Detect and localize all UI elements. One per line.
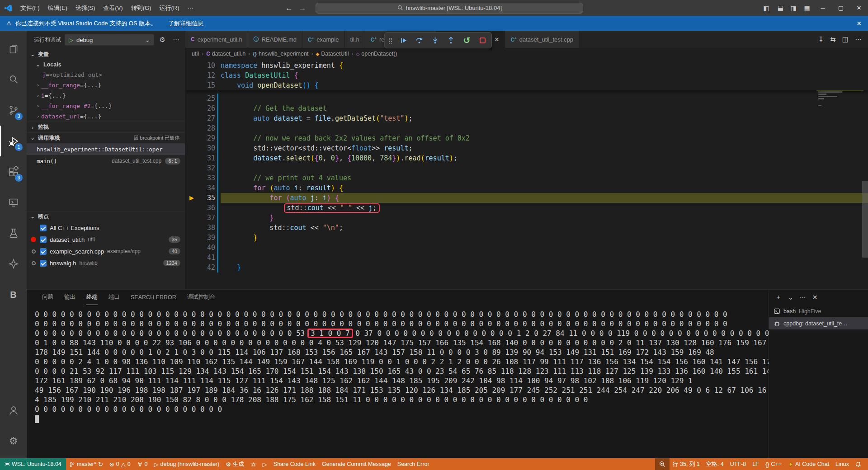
debug-current-line-arrow-icon[interactable]: ▶ [185,193,198,203]
line-number[interactable]: 33 [198,173,215,183]
menu-item-s[interactable]: 选择(S) [71,3,99,14]
statusbar-item-0[interactable]: 0 [134,458,151,470]
menu-item-e[interactable]: 编辑(E) [44,3,71,14]
nav-forward-icon[interactable]: → [296,4,309,12]
line-number[interactable]: 10 [198,61,215,70]
breadcrumb-item[interactable]: util [192,51,199,57]
debug-current-line-arrow-icon[interactable] [185,253,198,263]
remote-indicator[interactable]: >< WSL: Ubuntu-18.04 [0,458,66,470]
breakpoint-checkbox[interactable] [40,248,47,255]
code-line[interactable]: 41 [185,253,868,263]
activity-item-explorer[interactable] [0,33,27,64]
code-line[interactable]: 32 [185,163,868,173]
panel-tab-SEARCH ERROR[interactable]: SEARCH ERROR [131,290,176,305]
debug-current-line-arrow-icon[interactable] [185,133,198,143]
code-line[interactable]: 39 } [185,233,868,243]
sidebar-more-icon[interactable]: ⋯ [171,36,181,44]
breakpoint-checkbox[interactable] [40,225,47,231]
code-line[interactable]: 29 // now we read back 2x2 values after … [185,133,868,143]
banner-close-icon[interactable]: ✕ [856,20,862,27]
tab-til.h[interactable]: til.h [344,31,365,48]
statusbar-item-debug--hnswlib-master-[interactable]: ▷debug (hnswlib-master) [151,458,223,470]
menu-item-f[interactable]: 文件(F) [16,3,44,14]
breakpoint-row[interactable]: hnswalg.hhnswlib1234 [27,257,185,269]
breadcrumb-item[interactable]: {}hnswlib_experiment [253,51,308,57]
statusbar-item-share-code-link[interactable]: Share Code Link [270,458,319,470]
step-over-button[interactable] [415,34,425,46]
debug-current-line-arrow-icon[interactable] [185,173,198,183]
breadcrumb-item[interactable]: ◆DatasetUtil [316,51,349,57]
debug-current-line-arrow-icon[interactable] [185,153,198,163]
statusbar-item-master-[interactable]: master*↻ [66,458,106,470]
statusbar-item-0[interactable]: ⊗0△0 [106,458,134,470]
tab-dataset_util_test.cpp[interactable]: C+dataset_util_test.cpp [505,31,579,48]
line-number[interactable]: 34 [198,183,215,193]
panel-tab-输出[interactable]: 输出 [64,290,75,305]
debug-current-line-arrow-icon[interactable] [185,80,198,90]
statusbar-item-bug[interactable] [247,458,259,470]
code-line[interactable]: 10namespace hnswlib_experiment { [185,61,868,70]
menu-item-r[interactable]: 运行(R) [155,3,183,14]
debug-current-line-arrow-icon[interactable] [185,163,198,173]
debug-current-line-arrow-icon[interactable] [185,203,198,213]
line-number[interactable]: 27 [198,113,215,123]
open-changes-icon[interactable]: ⇆ [830,35,836,43]
restart-button[interactable]: ↺ [462,34,472,46]
minimap[interactable] [818,60,862,289]
line-number[interactable]: 12 [198,70,215,80]
step-out-button[interactable] [446,34,456,46]
activity-item-source-control[interactable]: 3 [0,95,27,126]
code-editor[interactable]: 10namespace hnswlib_experiment {12class … [185,60,868,289]
line-number[interactable]: 28 [198,123,215,133]
continue-button[interactable] [399,34,409,46]
tab-close-icon[interactable]: ✕ [495,36,500,43]
debug-current-line-arrow-icon[interactable] [185,213,198,223]
breakpoint-row[interactable]: example_search.cppexamples/cpp40 [27,245,185,257]
panel-tab-终端[interactable]: 终端 [86,290,98,305]
code-line[interactable]: 28 [185,123,868,133]
code-line[interactable]: 40 [185,243,868,253]
activity-item-settings[interactable]: ⚙ [0,426,27,456]
statusbar-item---35----1[interactable]: 行 35, 列 1 [670,458,703,470]
code-line[interactable]: ▶35 for (auto j: i) { [185,193,868,203]
panel-tab-调试控制台[interactable]: 调试控制台 [187,290,216,305]
run-or-debug-icon[interactable]: ↧ [818,35,824,43]
statusbar-item-zoom[interactable] [655,458,670,470]
code-line[interactable]: 12class DatasetUtil { [185,70,868,80]
panel-tab-端口[interactable]: 端口 [108,290,120,305]
line-number[interactable]: 42 [198,263,215,273]
toggle-secondary-sidebar-icon[interactable]: ◨ [787,5,800,12]
line-number[interactable]: 31 [198,153,215,163]
code-line[interactable]: 31 dataset.select({0, 0}, {10000, 784}).… [185,153,868,163]
panel-tab-问题[interactable]: 问题 [42,290,53,305]
line-number[interactable]: 29 [198,133,215,143]
editor-more-actions-icon[interactable]: ⋯ [855,35,862,43]
line-number[interactable]: 25 [198,94,215,103]
statusbar-item-lf[interactable]: LF [749,458,762,470]
statusbar-item-linux[interactable]: Linux [832,458,852,470]
panel-more-icon[interactable]: ⋯ [800,294,806,301]
start-debug-icon[interactable]: ▷ [69,37,73,43]
tab-example[interactable]: C+example [302,31,344,48]
statusbar-item-c--[interactable]: {}C++ [762,458,785,470]
code-line[interactable]: 36 std::cout << " " << j; [185,203,868,213]
callstack-frame[interactable]: hnswlib_experiment::DatasetUtil::oper [27,143,185,155]
breadcrumb-item[interactable]: ◇openDataset() [356,51,397,57]
breakpoint-row[interactable]: All C++ Exceptions [27,222,185,234]
line-number[interactable]: 38 [198,223,215,233]
menu-item-[interactable]: ⋯ [183,3,197,14]
statusbar-item-play[interactable]: ▷ [259,458,270,470]
statusbar-item-generate-commit-message[interactable]: Generate Commit Message [319,458,394,470]
debug-current-line-arrow-icon[interactable] [185,223,198,233]
nav-back-icon[interactable]: ← [282,4,296,12]
activity-item-accounts[interactable] [0,395,27,426]
statusbar-item-----4[interactable]: 空格: 4 [703,458,727,470]
line-number[interactable]: 39 [198,233,215,243]
breakpoint-checkbox[interactable] [40,236,47,243]
line-number[interactable]: 26 [198,103,215,113]
step-into-button[interactable] [430,34,440,46]
activity-item-ai-assistant[interactable] [0,249,27,279]
statusbar-item-search-error[interactable]: Search Error [394,458,433,470]
banner-link[interactable]: 了解详细信息 [168,19,203,28]
code-line[interactable]: 34 for (auto i: result) { [185,183,868,193]
